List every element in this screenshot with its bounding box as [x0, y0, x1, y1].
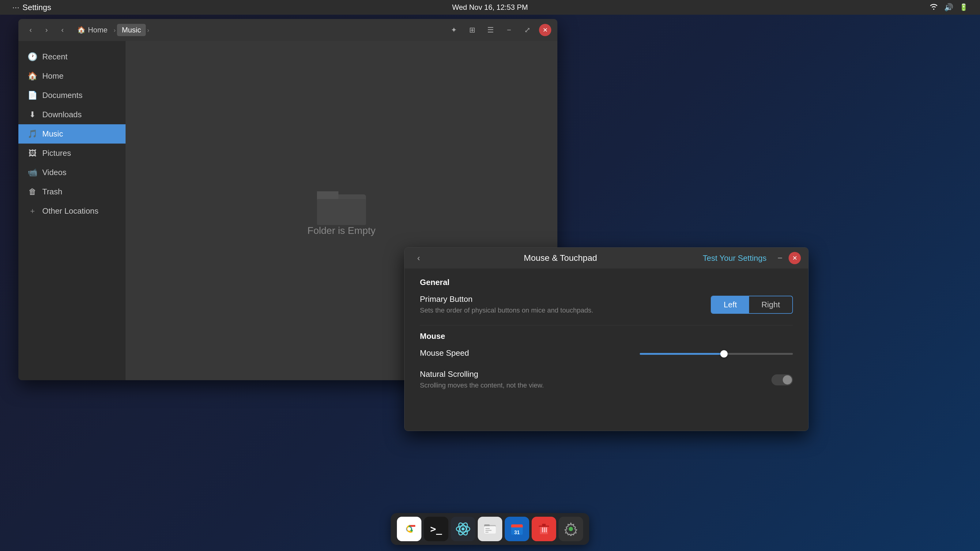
svg-rect-22 — [542, 524, 546, 526]
app-menu-dots[interactable]: ··· — [12, 2, 19, 12]
mouse-section-title: Mouse — [420, 332, 793, 341]
trash-sidebar-icon: 🗑 — [27, 187, 37, 197]
natural-scrolling-info: Natural Scrolling Scrolling moves the co… — [420, 370, 759, 390]
taskbar-files[interactable] — [478, 517, 502, 541]
settings-window: ‹ Mouse & Touchpad Test Your Settings − … — [404, 247, 808, 431]
settings-content: General Primary Button Sets the order of… — [404, 268, 808, 431]
taskbar-chrome[interactable] — [397, 517, 422, 541]
empty-folder-icon — [317, 185, 366, 225]
sidebar-item-recent[interactable]: 🕐 Recent — [18, 47, 126, 67]
taskbar-calendar[interactable]: 31 — [505, 517, 529, 541]
fm-sidebar: 🕐 Recent 🏠 Home 📄 Documents ⬇ Downloads … — [18, 41, 126, 380]
slider-fill — [640, 353, 724, 355]
natural-scrolling-desc: Scrolling moves the content, not the vie… — [420, 381, 759, 390]
natural-scrolling-toggle[interactable] — [772, 375, 793, 385]
settings-close-button[interactable]: ✕ — [789, 252, 801, 264]
settings-back-button[interactable]: ‹ — [412, 251, 425, 265]
svg-rect-25 — [546, 527, 547, 532]
add-location-icon: + — [27, 206, 37, 216]
slider-track[interactable] — [640, 353, 793, 355]
general-section: General Primary Button Sets the order of… — [420, 278, 793, 315]
wifi-icon[interactable] — [929, 3, 938, 12]
primary-button-control: Left Right — [711, 296, 793, 314]
sidebar-item-music[interactable]: 🎵 Music — [18, 124, 126, 144]
fm-prev-button[interactable]: ‹ — [56, 24, 68, 36]
mouse-speed-row: Mouse Speed — [420, 348, 793, 360]
taskbar-terminal[interactable]: >_ — [424, 517, 449, 541]
slider-thumb[interactable] — [720, 350, 728, 357]
settings-titlebar: ‹ Mouse & Touchpad Test Your Settings − … — [404, 248, 808, 268]
top-bar-right: 🔊 🔋 — [929, 3, 968, 12]
downloads-icon: ⬇ — [27, 110, 37, 119]
svg-rect-24 — [544, 527, 545, 532]
sidebar-item-documents[interactable]: 📄 Documents — [18, 86, 126, 105]
svg-rect-2 — [317, 199, 366, 225]
app-name-label: Settings — [22, 3, 51, 12]
fm-close-button[interactable]: ✕ — [539, 24, 551, 36]
settings-minimize-button[interactable]: − — [774, 252, 786, 264]
primary-button-desc: Sets the order of physical buttons on mi… — [420, 306, 698, 315]
battery-icon[interactable]: 🔋 — [959, 3, 968, 11]
music-icon: 🎵 — [27, 129, 37, 139]
fm-forward-button[interactable]: › — [40, 24, 52, 36]
top-bar-left: ··· Settings — [12, 2, 51, 12]
mouse-section: Mouse Mouse Speed — [420, 332, 793, 390]
breadcrumb-home[interactable]: 🏠 Home — [72, 24, 112, 36]
primary-button-left[interactable]: Left — [711, 296, 749, 313]
toggle-knob — [783, 375, 792, 384]
fm-titlebar: ‹ › ‹ 🏠 Home › Music › ✦ ⊞ ☰ − ⤢ ✕ — [18, 19, 557, 41]
primary-button-info: Primary Button Sets the order of physica… — [420, 294, 698, 315]
pictures-icon: 🖼 — [27, 148, 37, 158]
test-settings-button[interactable]: Test Your Settings — [695, 250, 774, 266]
documents-icon: 📄 — [27, 91, 37, 100]
top-bar: ··· Settings Wed Nov 16, 12:53 PM 🔊 🔋 — [0, 0, 980, 15]
mouse-speed-control[interactable] — [640, 353, 793, 355]
natural-scrolling-control — [772, 375, 793, 385]
taskbar-atom[interactable] — [451, 517, 475, 541]
general-section-title: General — [420, 278, 793, 287]
primary-button-label: Primary Button — [420, 294, 698, 304]
mouse-speed-slider[interactable] — [640, 353, 793, 355]
desktop: ‹ › ‹ 🏠 Home › Music › ✦ ⊞ ☰ − ⤢ ✕ — [0, 15, 980, 551]
primary-button-right[interactable]: Right — [749, 296, 792, 313]
svg-rect-18 — [511, 527, 523, 529]
svg-point-9 — [461, 527, 465, 530]
fm-star-button[interactable]: ✦ — [447, 23, 461, 37]
primary-button-row: Primary Button Sets the order of physica… — [420, 294, 793, 315]
taskbar-settings-app[interactable] — [558, 517, 583, 541]
svg-rect-14 — [485, 530, 492, 531]
svg-rect-13 — [485, 528, 490, 529]
videos-icon: 📹 — [27, 168, 37, 177]
fm-actions: ✦ ⊞ ☰ − ⤢ ✕ — [447, 23, 551, 37]
svg-text:31: 31 — [514, 530, 520, 535]
mouse-speed-info: Mouse Speed — [420, 348, 627, 360]
mouse-speed-label: Mouse Speed — [420, 348, 627, 358]
sidebar-item-videos[interactable]: 📹 Videos — [18, 163, 126, 182]
svg-point-26 — [569, 527, 573, 531]
sidebar-item-trash[interactable]: 🗑 Trash — [18, 182, 126, 202]
svg-point-5 — [407, 527, 411, 531]
settings-title: Mouse & Touchpad — [425, 253, 695, 263]
fm-minimize-button[interactable]: − — [502, 23, 516, 37]
natural-scrolling-row: Natural Scrolling Scrolling moves the co… — [420, 370, 793, 390]
home-icon: 🏠 — [77, 26, 86, 34]
sidebar-item-home[interactable]: 🏠 Home — [18, 67, 126, 86]
fm-back-button[interactable]: ‹ — [24, 24, 37, 36]
svg-rect-23 — [542, 527, 543, 532]
taskbar-trash-app[interactable] — [531, 517, 556, 541]
primary-button-toggle: Left Right — [711, 296, 793, 314]
taskbar: >_ 31 — [391, 513, 589, 545]
natural-scrolling-label: Natural Scrolling — [420, 370, 759, 379]
fm-restore-button[interactable]: ⤢ — [520, 23, 534, 37]
sidebar-item-pictures[interactable]: 🖼 Pictures — [18, 144, 126, 163]
home-sidebar-icon: 🏠 — [27, 71, 37, 81]
sound-icon[interactable]: 🔊 — [944, 3, 953, 12]
breadcrumb-music[interactable]: Music — [117, 24, 146, 36]
recent-icon: 🕐 — [27, 52, 37, 62]
folder-empty-label: Folder is Empty — [307, 225, 375, 236]
sidebar-item-other-locations[interactable]: + Other Locations — [18, 202, 126, 221]
fm-list-button[interactable]: ☰ — [484, 23, 497, 37]
fm-grid-button[interactable]: ⊞ — [466, 23, 479, 37]
fm-breadcrumb: 🏠 Home › Music › — [72, 24, 149, 36]
sidebar-item-downloads[interactable]: ⬇ Downloads — [18, 105, 126, 124]
